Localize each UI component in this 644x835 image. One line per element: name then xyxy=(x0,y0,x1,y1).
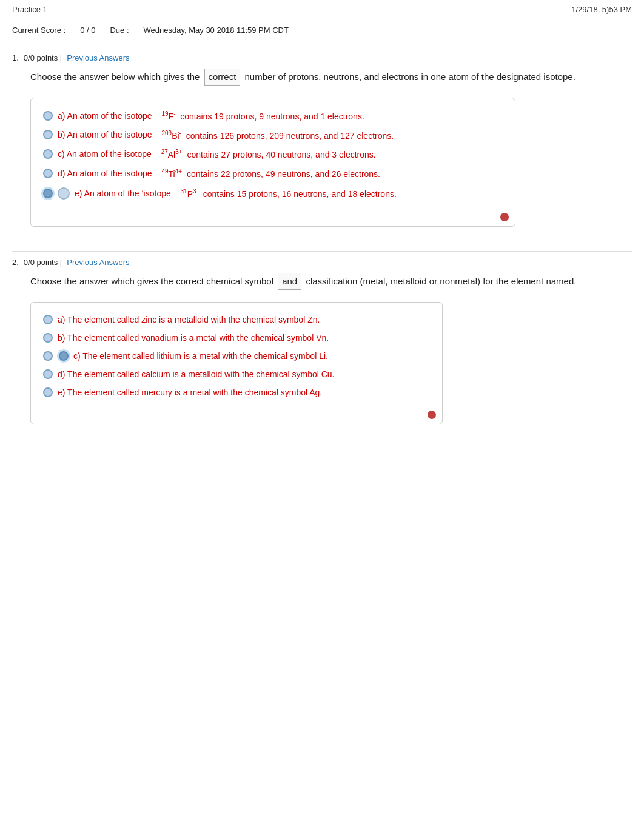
question-2-number: 2. xyxy=(12,258,19,267)
current-score-label: Current Score : xyxy=(12,25,65,35)
question-1-answer-box: a) An atom of the isotope 19F- contains … xyxy=(30,98,515,227)
due-label: Due : xyxy=(110,25,129,35)
question-2-points: 0/0 points | xyxy=(24,258,62,267)
score-value: 0 / 0 xyxy=(80,25,95,35)
radio-2e[interactable] xyxy=(43,387,53,397)
corner-dot-2 xyxy=(428,411,436,419)
question-2-prev-answers[interactable]: Previous Answers xyxy=(67,258,129,267)
radio-d[interactable] xyxy=(43,169,53,178)
radio-2b[interactable] xyxy=(43,333,53,343)
question-1-option-a[interactable]: a) An atom of the isotope 19F- contains … xyxy=(43,110,503,121)
radio-2d[interactable] xyxy=(43,369,53,379)
question-2-option-e[interactable]: e) The element called mercury is a metal… xyxy=(43,387,430,397)
question-2-answer-box: a) The element called zinc is a metalloi… xyxy=(30,302,443,424)
question-2-text: Choose the answer which gives the correc… xyxy=(30,273,632,290)
practice-label: Practice 1 xyxy=(12,5,47,14)
question-2-option-d[interactable]: d) The element called calcium is a metal… xyxy=(43,369,430,379)
score-bar: Current Score : 0 / 0 Due : Wednesday, M… xyxy=(0,19,644,41)
question-2-option-b[interactable]: b) The element called vanadium is a meta… xyxy=(43,333,430,343)
question-1-text: Choose the answer below which gives the … xyxy=(30,69,632,86)
and-highlight: and xyxy=(278,273,301,290)
question-1-option-b[interactable]: b) An atom of the isotope 209Bi- contain… xyxy=(43,130,503,141)
question-1-header: 1. 0/0 points | Previous Answers xyxy=(12,53,632,62)
question-1: 1. 0/0 points | Previous Answers Choose … xyxy=(12,53,632,227)
radio-b[interactable] xyxy=(43,130,53,139)
question-1-points: 0/0 points | xyxy=(24,53,62,62)
header: Practice 1 1/29/18, 5)53 PM xyxy=(0,0,644,19)
radio-c[interactable] xyxy=(43,149,53,159)
divider-1 xyxy=(12,251,632,252)
question-2-header: 2. 0/0 points | Previous Answers xyxy=(12,258,632,267)
main-content: 1. 0/0 points | Previous Answers Choose … xyxy=(0,47,644,455)
datetime: 1/29/18, 5)53 PM xyxy=(571,5,632,14)
question-2-option-a[interactable]: a) The element called zinc is a metalloi… xyxy=(43,315,430,324)
radio-a[interactable] xyxy=(43,111,53,121)
radio-2c[interactable] xyxy=(43,351,53,361)
question-1-option-e[interactable]: e) An atom of the ‘isotope 31P3- contain… xyxy=(43,187,503,200)
question-1-number: 1. xyxy=(12,53,19,62)
radio-2c-selected[interactable] xyxy=(59,351,69,361)
question-1-option-c[interactable]: c) An atom of the isotope 27Al3+ contain… xyxy=(43,149,503,159)
correct-highlight: correct xyxy=(204,69,241,86)
question-2: 2. 0/0 points | Previous Answers Choose … xyxy=(12,258,632,424)
radio-2a[interactable] xyxy=(43,315,53,324)
question-1-prev-answers[interactable]: Previous Answers xyxy=(67,53,129,62)
due-date: Wednesday, May 30 2018 11:59 PM CDT xyxy=(144,25,289,35)
question-1-option-d[interactable]: d) An atom of the isotope 49Ti4+ contain… xyxy=(43,168,503,179)
radio-e[interactable] xyxy=(43,189,53,198)
radio-e-outer xyxy=(58,187,70,200)
question-2-option-c[interactable]: c) The element called lithium is a metal… xyxy=(43,351,430,361)
corner-dot-1 xyxy=(500,213,509,221)
